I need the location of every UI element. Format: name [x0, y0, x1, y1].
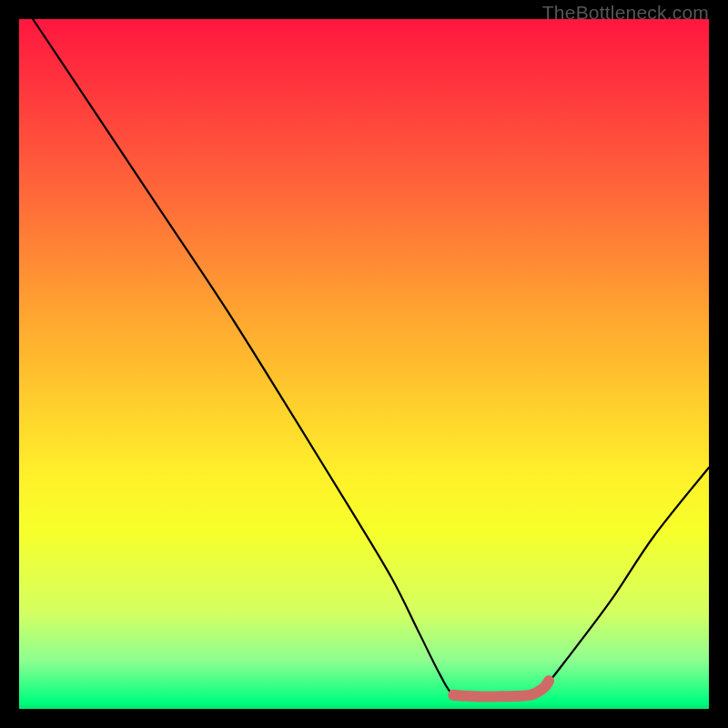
- optimal-range-highlight: [454, 681, 550, 696]
- chart-svg: [19, 19, 709, 709]
- plot-area: [19, 19, 709, 709]
- bottleneck-curve: [33, 19, 709, 697]
- chart-frame: TheBottleneck.com: [0, 0, 728, 728]
- optimal-point-marker: [449, 690, 460, 701]
